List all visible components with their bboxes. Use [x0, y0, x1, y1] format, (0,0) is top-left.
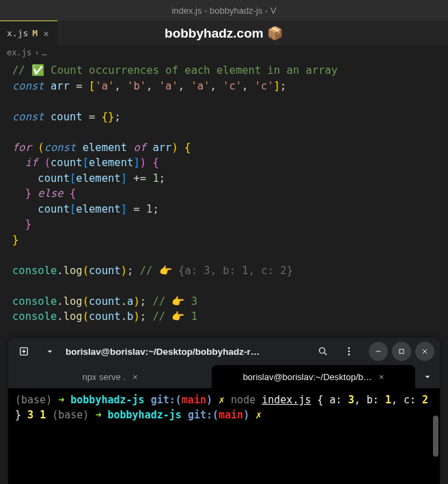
chevron-right-icon: › [34, 48, 39, 57]
chevron-down-icon [44, 346, 55, 357]
close-icon[interactable]: × [132, 372, 138, 382]
svg-point-2 [348, 347, 350, 349]
terminal-window: borislav@borislav:~/Desktop/bobbyhadz-r…… [8, 338, 440, 484]
tab-modified-indicator: M [32, 28, 38, 38]
editor-tab-bar: x.js M × bobbyhadz.com 📦 [0, 21, 448, 45]
new-tab-button[interactable] [14, 341, 34, 362]
terminal-tab-bar: npx serve . × borislav@borislav:~/Deskto… [8, 365, 440, 388]
terminal-tab-dropdown[interactable] [415, 365, 440, 388]
svg-point-4 [348, 353, 350, 355]
kebab-icon [344, 346, 354, 357]
scrollbar[interactable] [433, 416, 438, 457]
terminal-tab-label: npx serve . [82, 372, 126, 382]
search-button[interactable] [313, 341, 333, 362]
minimize-button[interactable] [369, 342, 388, 361]
close-window-button[interactable] [415, 342, 434, 361]
close-icon[interactable]: × [379, 372, 384, 382]
terminal-titlebar: borislav@borislav:~/Desktop/bobbyhadz-r… [8, 338, 440, 365]
terminal-title: borislav@borislav:~/Desktop/bobbyhadz-r… [66, 347, 307, 357]
minimize-icon [374, 347, 382, 355]
terminal-tab[interactable]: npx serve . × [8, 365, 212, 388]
tab-filename: x.js [7, 28, 28, 38]
svg-point-3 [348, 351, 350, 353]
breadcrumb-ellipsis: … [42, 48, 46, 57]
window-title: index.js - bobbyhadz-js - V [171, 5, 276, 16]
plus-box-icon [18, 346, 29, 357]
breadcrumb[interactable]: ex.js › … [0, 45, 448, 60]
terminal-tab-active[interactable]: borislav@borislav:~/Desktop/b… × [212, 365, 415, 388]
menu-button[interactable] [339, 341, 359, 362]
page-title: bobbyhadz.com 📦 [0, 25, 448, 41]
svg-point-1 [320, 348, 325, 353]
search-icon [318, 346, 328, 357]
code-editor[interactable]: // ✅ Count occurrences of each element i… [0, 60, 448, 332]
close-icon[interactable]: × [42, 28, 50, 39]
svg-rect-5 [400, 349, 404, 353]
terminal-output[interactable]: (base) ➜ bobbyhadz-js git:(main) ✗ node … [8, 388, 440, 484]
vscode-titlebar: index.js - bobbyhadz-js - V [0, 0, 448, 21]
terminal-tab-label: borislav@borislav:~/Desktop/b… [243, 372, 372, 382]
chevron-down-icon [422, 371, 433, 382]
maximize-button[interactable] [392, 342, 411, 361]
dropdown-button[interactable] [40, 341, 60, 362]
close-icon [421, 347, 429, 355]
breadcrumb-file: ex.js [7, 48, 31, 57]
maximize-icon [397, 347, 406, 355]
code-comment: // ✅ Count occurrences of each element i… [12, 64, 337, 77]
editor-tab[interactable]: x.js M × [0, 21, 57, 45]
